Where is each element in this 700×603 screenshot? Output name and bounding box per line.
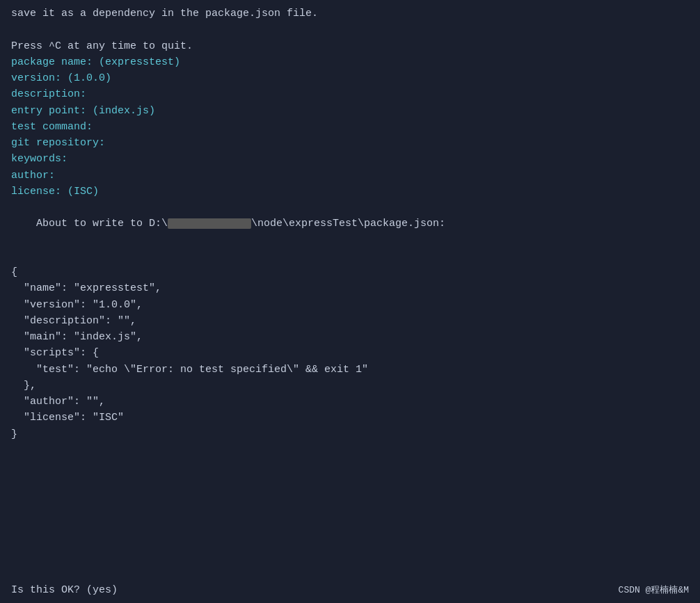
line-license: license: (ISC)	[11, 184, 689, 200]
line-json-name: "name": "expresstest",	[11, 280, 689, 296]
line-git-repo: git repository:	[11, 135, 689, 151]
redacted-path	[168, 218, 251, 229]
line-json-open: {	[11, 264, 689, 280]
about-to-write-prefix: About to write to D:\	[36, 218, 168, 230]
line-json-version: "version": "1.0.0",	[11, 297, 689, 313]
line-description: description:	[11, 86, 689, 102]
line-empty-4	[11, 458, 689, 474]
line-json-description: "description": "",	[11, 313, 689, 329]
line-json-license: "license": "ISC"	[11, 410, 689, 426]
about-to-write-suffix: \node\expressTest\package.json:	[251, 218, 445, 230]
line-json-test: "test": "echo \"Error: no test specified…	[11, 362, 689, 378]
line-test-command: test command:	[11, 119, 689, 135]
line-json-scripts-close: },	[11, 378, 689, 394]
is-ok-prompt: Is this OK? (yes)	[11, 582, 118, 599]
line-json-close: }	[11, 426, 689, 442]
line-empty-1	[11, 22, 689, 38]
line-version: version: (1.0.0)	[11, 70, 689, 86]
line-keywords: keywords:	[11, 151, 689, 167]
line-json-main: "main": "index.js",	[11, 329, 689, 345]
line-json-scripts: "scripts": {	[11, 345, 689, 361]
line-empty-3	[11, 442, 689, 458]
bottom-bar: Is this OK? (yes) CSDN @程楠楠&M	[0, 578, 700, 603]
line-about-to-write: About to write to D:\ \node\expressTest\…	[11, 200, 689, 248]
line-author: author:	[11, 168, 689, 184]
line-json-author: "author": "",	[11, 394, 689, 410]
line-entry-point: entry point: (index.js)	[11, 103, 689, 119]
line-empty-2	[11, 248, 689, 264]
line-press-ctrl-c: Press ^C at any time to quit.	[11, 38, 689, 54]
watermark: CSDN @程楠楠&M	[619, 584, 689, 598]
line-save-dependency: save it as a dependency in the package.j…	[11, 6, 689, 22]
terminal-window: save it as a dependency in the package.j…	[0, 0, 700, 603]
line-package-name: package name: (expresstest)	[11, 54, 689, 70]
